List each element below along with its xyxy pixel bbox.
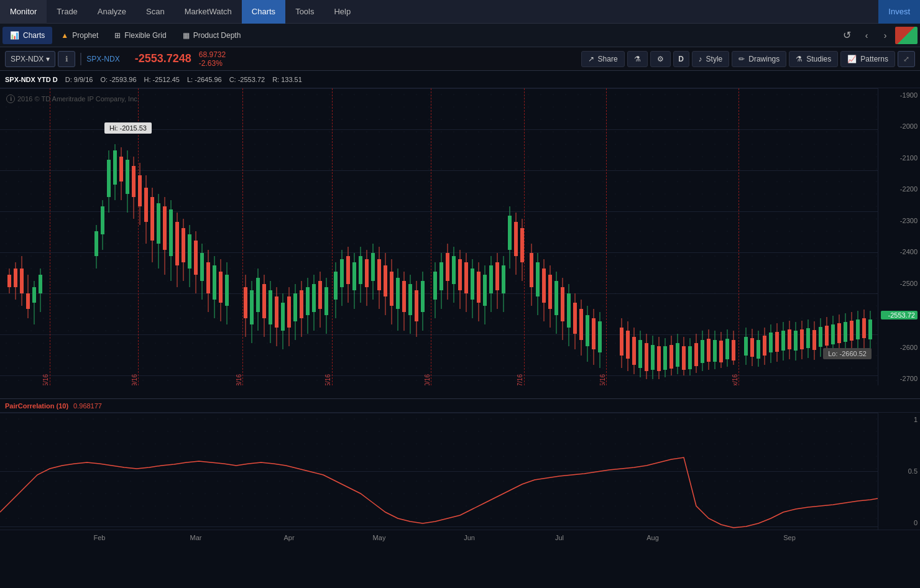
- top-navigation: Monitor Trade Analyze Scan MarketWatch C…: [0, 0, 920, 24]
- invest-button[interactable]: Invest: [878, 0, 920, 24]
- svg-rect-121: [446, 253, 449, 281]
- price-2100: -2100: [881, 154, 918, 162]
- product-depth-button[interactable]: ▦ Product Depth: [175, 27, 249, 44]
- svg-rect-243: [850, 321, 853, 341]
- nav-scan[interactable]: Scan: [136, 0, 175, 24]
- nav-trade[interactable]: Trade: [47, 0, 87, 24]
- svg-rect-119: [439, 262, 443, 290]
- style-icon: ♪: [699, 55, 702, 63]
- indicator-name: PairCorrelation (10): [5, 402, 68, 410]
- symbol-selector[interactable]: SPX-NDX ▾: [5, 51, 55, 67]
- svg-rect-141: [508, 216, 512, 250]
- svg-rect-35: [157, 203, 160, 244]
- gear-icon: ⚙: [657, 55, 664, 63]
- nav-monitor[interactable]: Monitor: [0, 0, 47, 24]
- svg-rect-55: [219, 272, 223, 303]
- svg-text:4/15/16: 4/15/16: [324, 374, 331, 385]
- svg-rect-97: [365, 259, 369, 287]
- price-2700: -2700: [881, 375, 918, 382]
- drawings-button[interactable]: ✏ Drawings: [732, 51, 786, 67]
- symbol-info-button[interactable]: ℹ: [58, 51, 75, 67]
- price-2500: -2500: [881, 280, 918, 287]
- back-arrow[interactable]: ‹: [858, 27, 875, 44]
- nav-analyze[interactable]: Analyze: [88, 0, 136, 24]
- svg-rect-77: [300, 290, 303, 318]
- hi-tooltip: Hi: -2015.53: [104, 122, 152, 134]
- color-theme-button[interactable]: [895, 27, 918, 44]
- svg-rect-47: [194, 241, 198, 275]
- svg-rect-207: [732, 340, 735, 361]
- svg-rect-231: [812, 330, 816, 350]
- period-button[interactable]: D: [673, 51, 689, 67]
- prophet-button[interactable]: ▲ Prophet: [53, 27, 106, 44]
- nav-help[interactable]: Help: [324, 0, 361, 24]
- settings-button[interactable]: ⚙: [650, 51, 671, 67]
- chart-close: C: -2553.72: [229, 76, 265, 83]
- svg-rect-95: [359, 256, 362, 284]
- candlestick-canvas[interactable]: 1/15/16 2/19/16 3/18/16 4/15/16 5/20/16 …: [0, 88, 920, 385]
- expand-button[interactable]: ⤢: [898, 51, 915, 67]
- svg-text:Aug: Aug: [646, 534, 659, 541]
- svg-rect-27: [132, 166, 136, 197]
- svg-rect-209: [744, 337, 748, 356]
- indicator-canvas[interactable]: 1 0.5 0: [0, 413, 920, 530]
- svg-rect-123: [452, 256, 456, 284]
- nav-charts[interactable]: Charts: [242, 0, 285, 24]
- patterns-button[interactable]: 📈 Patterns: [840, 51, 895, 67]
- svg-rect-67: [269, 290, 272, 324]
- indicator-value: 0.968177: [73, 402, 102, 410]
- forward-arrow[interactable]: ›: [876, 27, 894, 44]
- svg-rect-125: [458, 259, 462, 290]
- change-amount: 68.9732: [199, 50, 226, 59]
- svg-rect-61: [250, 290, 254, 324]
- chart-info-bar: SPX-NDX YTD D D: 9/9/16 O: -2593.96 H: -…: [0, 71, 920, 88]
- svg-rect-175: [632, 337, 636, 365]
- indicator-price-axis: 1 0.5 0: [878, 413, 920, 530]
- svg-text:3/18/16: 3/18/16: [236, 374, 242, 385]
- svg-rect-225: [794, 331, 798, 351]
- svg-rect-69: [275, 296, 278, 328]
- svg-rect-105: [390, 272, 393, 306]
- bottom-date-svg: Feb Mar Apr May Jun Jul Aug Sep: [0, 530, 878, 545]
- price-2000: -2000: [881, 122, 918, 130]
- svg-rect-193: [688, 346, 692, 369]
- svg-rect-239: [837, 323, 841, 343]
- chart-date: D: 9/9/16: [65, 76, 93, 83]
- svg-rect-117: [433, 272, 437, 300]
- svg-rect-213: [757, 340, 760, 359]
- price-1900: -1900: [881, 91, 918, 99]
- svg-rect-205: [725, 339, 729, 359]
- svg-rect-201: [713, 340, 717, 362]
- beaker-button[interactable]: ⚗: [627, 51, 648, 67]
- chart-toolbar: SPX-NDX ▾ ℹ SPX-NDX -2553.7248 68.9732 -…: [0, 47, 920, 71]
- bottom-date-axis: Feb Mar Apr May Jun Jul Aug Sep: [0, 530, 920, 544]
- svg-rect-233: [819, 327, 822, 347]
- dropdown-icon: ▾: [46, 55, 50, 63]
- studies-button[interactable]: ⚗ Studies: [789, 51, 838, 67]
- svg-rect-215: [763, 336, 766, 356]
- beaker-icon: ⚗: [634, 55, 641, 63]
- ind-label-0: 0: [881, 519, 918, 526]
- svg-rect-33: [150, 197, 154, 241]
- share-label: Share: [598, 55, 618, 63]
- nav-marketwatch[interactable]: MarketWatch: [175, 0, 242, 24]
- flexible-grid-button[interactable]: ⊞ Flexible Grid: [107, 27, 173, 44]
- studies-label: Studies: [806, 55, 831, 63]
- style-button[interactable]: ♪ Style: [692, 51, 730, 67]
- reload-button[interactable]: ↺: [837, 25, 857, 45]
- svg-rect-81: [312, 284, 316, 312]
- nav-tools[interactable]: Tools: [285, 0, 324, 24]
- price-display: -2553.7248: [135, 52, 191, 65]
- share-button[interactable]: ↗ Share: [581, 51, 625, 67]
- svg-rect-153: [548, 275, 552, 309]
- svg-rect-143: [514, 222, 518, 256]
- svg-rect-127: [464, 262, 468, 293]
- svg-rect-135: [489, 265, 493, 293]
- svg-rect-249: [868, 319, 872, 339]
- style-label: Style: [706, 55, 723, 63]
- svg-rect-133: [483, 275, 487, 306]
- copyright-text: 2016 © TD Ameritrade IP Company, Inc.: [17, 95, 139, 103]
- svg-rect-181: [651, 345, 655, 370]
- charts-tab-button[interactable]: 📊 Charts: [2, 27, 52, 44]
- grid-icon: ⊞: [114, 31, 121, 40]
